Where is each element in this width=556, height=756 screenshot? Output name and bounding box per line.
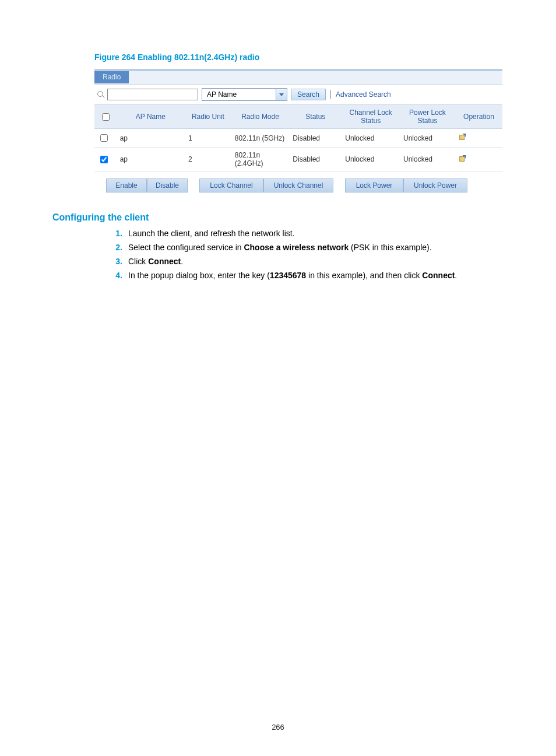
cell-power-lock: Unlocked xyxy=(400,148,455,172)
search-field-dropdown[interactable]: AP Name xyxy=(202,88,287,101)
cell-channel-lock: Unlocked xyxy=(342,129,400,148)
svg-rect-1 xyxy=(460,156,464,161)
lock-power-button[interactable]: Lock Power xyxy=(345,178,403,192)
disable-button[interactable]: Disable xyxy=(147,178,188,192)
list-item: 1. Launch the client, and refresh the ne… xyxy=(106,229,504,238)
lock-channel-button[interactable]: Lock Channel xyxy=(199,178,263,192)
step-text: . xyxy=(455,271,457,280)
unlock-power-button[interactable]: Unlock Power xyxy=(403,178,467,192)
row-checkbox[interactable] xyxy=(100,134,108,142)
cell-ap-name: ap xyxy=(117,129,185,148)
step-number: 4. xyxy=(106,271,122,280)
step-text: Click xyxy=(128,257,148,266)
table-row: ap 2 802.11n (2.4GHz) Disabled Unlocked … xyxy=(94,148,502,172)
list-item: 4. In the popup dialog box, enter the ke… xyxy=(106,271,504,280)
steps-list: 1. Launch the client, and refresh the ne… xyxy=(106,229,504,280)
th-radio-unit: Radio Unit xyxy=(185,105,231,129)
cell-power-lock: Unlocked xyxy=(400,129,455,148)
th-power-lock: Power Lock Status xyxy=(400,105,455,129)
step-bold: 12345678 xyxy=(270,271,306,280)
edit-icon[interactable] xyxy=(459,133,467,141)
step-number: 3. xyxy=(106,257,122,266)
svg-rect-0 xyxy=(460,135,464,140)
row-checkbox[interactable] xyxy=(100,156,108,163)
radio-table: AP Name Radio Unit Radio Mode Status Cha… xyxy=(94,105,502,172)
search-input[interactable] xyxy=(107,89,198,100)
cell-radio-mode: 802.11n (2.4GHz) xyxy=(231,148,290,172)
step-bold: Connect xyxy=(148,257,181,266)
tab-row: Radio xyxy=(94,71,502,85)
step-bold: Choose a wireless network xyxy=(244,243,349,252)
step-text: . xyxy=(181,257,183,266)
dropdown-selected: AP Name xyxy=(202,90,276,99)
th-status: Status xyxy=(289,105,342,129)
tab-radio[interactable]: Radio xyxy=(94,71,129,83)
th-channel-lock: Channel Lock Status xyxy=(342,105,400,129)
search-icon xyxy=(97,90,105,99)
search-button[interactable]: Search xyxy=(291,89,326,100)
list-item: 3. Click Connect. xyxy=(106,257,504,266)
cell-status: Disabled xyxy=(289,129,342,148)
edit-icon[interactable] xyxy=(459,155,467,163)
action-row: Enable Disable Lock Channel Unlock Chann… xyxy=(106,178,502,192)
list-item: 2. Select the configured service in Choo… xyxy=(106,243,504,252)
step-bold: Connect xyxy=(422,271,455,280)
cell-radio-unit: 2 xyxy=(185,148,231,172)
advanced-search-link[interactable]: Advanced Search xyxy=(336,90,391,99)
step-number: 1. xyxy=(106,229,122,238)
figure-caption: Figure 264 Enabling 802.11n(2.4GHz) radi… xyxy=(94,52,504,62)
select-all-checkbox[interactable] xyxy=(102,113,110,121)
step-number: 2. xyxy=(106,243,122,252)
step-text: In the popup dialog box, enter the key ( xyxy=(128,271,270,280)
divider xyxy=(330,90,331,99)
step-text: Select the configured service in xyxy=(128,243,244,252)
enable-button[interactable]: Enable xyxy=(106,178,147,192)
chevron-down-icon xyxy=(276,89,287,100)
th-radio-mode: Radio Mode xyxy=(231,105,290,129)
cell-radio-mode: 802.11n (5GHz) xyxy=(231,129,290,148)
radio-panel: Radio AP Name Search Advanced Search AP … xyxy=(94,69,502,192)
table-row: ap 1 802.11n (5GHz) Disabled Unlocked Un… xyxy=(94,129,502,148)
cell-status: Disabled xyxy=(289,148,342,172)
cell-radio-unit: 1 xyxy=(185,129,231,148)
search-row: AP Name Search Advanced Search xyxy=(94,85,502,105)
step-text: in this example), and then click xyxy=(306,271,422,280)
section-heading: Configuring the client xyxy=(52,212,504,223)
page-number: 266 xyxy=(0,723,556,732)
step-text: Launch the client, and refresh the netwo… xyxy=(128,229,295,238)
cell-channel-lock: Unlocked xyxy=(342,148,400,172)
th-ap-name: AP Name xyxy=(117,105,185,129)
step-text: (PSK in this example). xyxy=(349,243,431,252)
unlock-channel-button[interactable]: Unlock Channel xyxy=(263,178,333,192)
th-operation: Operation xyxy=(455,105,502,129)
cell-ap-name: ap xyxy=(117,148,185,172)
